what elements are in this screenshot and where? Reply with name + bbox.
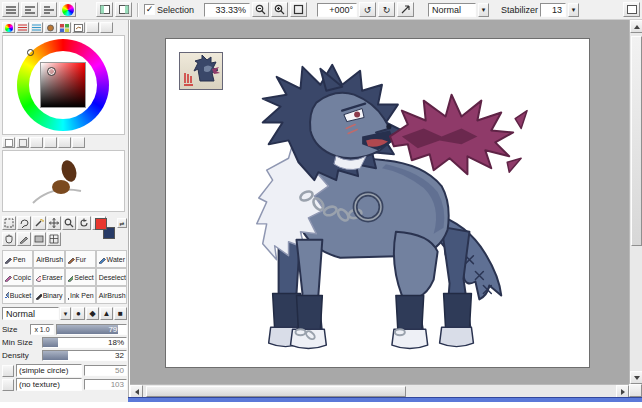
scrollbar-corner — [629, 384, 642, 397]
magic-wand-tool[interactable] — [32, 216, 46, 230]
move-tool[interactable] — [47, 216, 61, 230]
selection-checkbox[interactable]: ✓ — [144, 4, 155, 15]
color-mixer-toggle[interactable] — [44, 22, 57, 33]
size-slider[interactable]: 79.0 — [56, 324, 127, 335]
brush-tip-square-button[interactable]: ■ — [114, 307, 127, 320]
rotate-canvas-tool[interactable] — [77, 216, 91, 230]
swatches-toggle[interactable] — [58, 22, 71, 33]
panel-layout-button-2[interactable] — [21, 2, 38, 17]
show-right-pane-button[interactable] — [115, 2, 132, 17]
zoom-reset-button[interactable] — [290, 2, 307, 17]
brush-eraser[interactable]: Eraser — [33, 268, 64, 286]
texture-dropdown[interactable]: (no texture) — [16, 378, 82, 391]
scratchpad-panel[interactable] — [2, 150, 125, 212]
brush-tip-circle-button[interactable]: ● — [72, 307, 85, 320]
brush-water[interactable]: Water — [96, 250, 127, 268]
rgb-slider-toggle[interactable] — [16, 22, 29, 33]
scroll-left-button[interactable] — [130, 385, 143, 397]
size-multiplier-box[interactable]: x 1.0 — [30, 324, 54, 335]
paper-quality-toggle-5[interactable] — [58, 137, 71, 148]
edge-shape-dropdown[interactable]: (simple circle) — [16, 364, 82, 377]
brush-icon — [67, 255, 75, 264]
rotate-cw-button[interactable]: ↻ — [378, 2, 395, 17]
canvas-workspace[interactable] — [130, 20, 642, 397]
brush-bucket[interactable]: Bucket — [2, 286, 33, 304]
vertical-scrollbar[interactable] — [629, 20, 642, 384]
selection-mode-dropdown-button[interactable]: ▾ — [478, 3, 489, 17]
move-icon — [49, 218, 59, 228]
brush-tip-diamond-button[interactable]: ◆ — [86, 307, 99, 320]
rotate-ccw-button[interactable]: ↺ — [359, 2, 376, 17]
density-slider[interactable]: 32 — [42, 350, 127, 361]
drawing-canvas[interactable] — [165, 38, 590, 368]
angle-reset-button[interactable] — [397, 2, 414, 17]
hand-tool[interactable] — [2, 232, 16, 246]
zoom-tool[interactable] — [62, 216, 76, 230]
show-left-pane-button[interactable] — [96, 2, 113, 17]
edge-hardness-slider[interactable]: 50 — [84, 365, 127, 376]
brush-deselect[interactable]: Deselect — [96, 268, 127, 286]
zoom-value: 33.33% — [216, 5, 247, 15]
sv-cursor[interactable] — [48, 68, 55, 75]
selection-mode-dropdown[interactable]: Normal — [428, 3, 476, 17]
brush-copic[interactable]: Copic — [2, 268, 33, 286]
vertical-scroll-thumb[interactable] — [631, 36, 642, 246]
selection-mode-value: Normal — [432, 5, 461, 15]
angle-value-field[interactable]: +000° — [317, 3, 357, 17]
panel-layout-button-3[interactable] — [40, 2, 57, 17]
left-arrow-icon — [135, 389, 139, 395]
scroll-right-button[interactable] — [616, 385, 629, 397]
paper-quality-toggle-3[interactable] — [30, 137, 43, 148]
blend-mode-dropdown-button[interactable]: ▾ — [60, 307, 71, 320]
tool-button[interactable] — [17, 232, 31, 246]
zoom-out-button[interactable] — [252, 2, 269, 17]
scroll-down-button[interactable] — [630, 371, 642, 384]
hsv-slider-toggle[interactable] — [30, 22, 43, 33]
texture-button[interactable] — [2, 379, 14, 391]
brush-inkpen[interactable]: Ink Pen — [65, 286, 96, 304]
brush-binary[interactable]: Binary — [33, 286, 64, 304]
swap-colors-button[interactable]: ⇄ — [117, 218, 127, 228]
color-panel-button[interactable] — [59, 2, 76, 17]
horizontal-scrollbar[interactable] — [130, 384, 629, 397]
lasso-tool[interactable] — [17, 216, 31, 230]
reference-thumbnail-art — [180, 53, 222, 89]
min-size-slider[interactable]: 18% — [42, 337, 127, 348]
brush-select[interactable]: Select — [65, 268, 96, 286]
paper-quality-toggle-2[interactable] — [16, 137, 29, 148]
saturation-value-square[interactable] — [40, 62, 86, 108]
fg-color-swatch[interactable] — [95, 218, 107, 230]
hue-cursor[interactable] — [27, 49, 34, 56]
scroll-up-button[interactable] — [630, 20, 642, 33]
triangle-tip-icon: ▲ — [103, 309, 111, 318]
zoom-value-field[interactable]: 33.33% — [204, 3, 250, 17]
brush-pen[interactable]: Pen — [2, 250, 33, 268]
tool-button[interactable] — [47, 232, 61, 246]
blend-mode-dropdown[interactable]: Normal — [2, 307, 59, 320]
panel-layout-button[interactable] — [2, 2, 19, 17]
tool-button[interactable] — [32, 232, 46, 246]
brush-tip-triangle-button[interactable]: ▲ — [100, 307, 113, 320]
brush-airbrush-2[interactable]: AirBrush — [96, 286, 127, 304]
tool-strip: ⇄ — [2, 216, 127, 248]
texture-scale-slider[interactable]: 103 — [84, 379, 127, 390]
stabilizer-dropdown-button[interactable]: ▾ — [568, 3, 579, 17]
horizontal-scroll-thumb[interactable] — [146, 386, 406, 397]
panel-extra-toggle-1[interactable] — [86, 22, 99, 33]
panel-extra-toggle-2[interactable] — [100, 22, 113, 33]
paper-quality-toggle-1[interactable] — [2, 137, 15, 148]
stabilizer-value-field[interactable]: 13 — [540, 3, 566, 17]
zoom-in-button[interactable] — [271, 2, 288, 17]
brush-fur[interactable]: Fur — [65, 250, 96, 268]
marquee-tool[interactable] — [2, 216, 16, 230]
paper-quality-toggle-6[interactable] — [72, 137, 85, 148]
bucket-icon — [4, 291, 9, 300]
paper-quality-toggle-4[interactable] — [44, 137, 57, 148]
brush-label: Copic — [13, 274, 31, 281]
toolbar-overflow-button[interactable] — [623, 2, 640, 17]
color-wheel-toggle[interactable] — [2, 22, 15, 33]
scratchpad-toggle[interactable] — [72, 22, 85, 33]
edge-shape-button[interactable] — [2, 365, 14, 377]
brush-label: Ink Pen — [70, 292, 94, 299]
brush-airbrush[interactable]: AirBrush — [33, 250, 64, 268]
